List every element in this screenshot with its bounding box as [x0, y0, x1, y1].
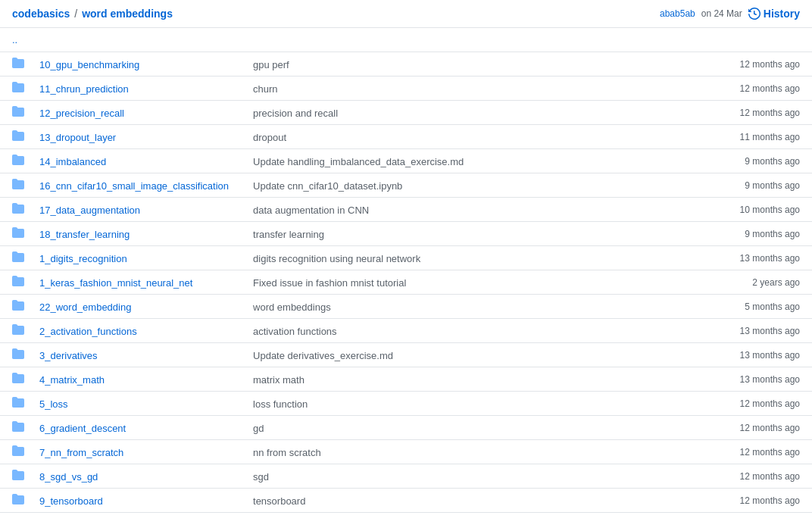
file-time: 12 months ago: [740, 447, 800, 458]
table-row: 1_digits_recognition digits recognition …: [0, 246, 812, 270]
separator: /: [74, 8, 77, 20]
table-row: 7_nn_from_scratch nn from scratch 12 mon…: [0, 440, 812, 464]
folder-icon: [12, 299, 24, 311]
folder-icon: [12, 226, 24, 239]
file-time: 12 months ago: [740, 59, 800, 70]
commit-message: Update handling_imbalanced_data_exercise…: [253, 156, 464, 167]
breadcrumb: codebasics / word embeddings: [12, 8, 173, 20]
folder-icon: [12, 493, 24, 505]
table-row: 18_transfer_learning transfer learning 9…: [0, 222, 812, 246]
commit-message: nn from scratch: [253, 447, 321, 458]
file-time: 13 months ago: [740, 374, 800, 385]
table-row: 10_gpu_benchmarking gpu perf 12 months a…: [0, 52, 812, 77]
file-time: 12 months ago: [740, 398, 800, 409]
file-name-link[interactable]: 17_data_augmentation: [39, 205, 140, 216]
commit-message: dropout: [253, 132, 286, 143]
folder-icon: [12, 396, 24, 408]
folder-icon: [12, 445, 24, 457]
file-time: 9 months ago: [745, 156, 800, 167]
commit-message: loss function: [253, 398, 308, 410]
folder-icon: [12, 469, 24, 481]
file-time: 12 months ago: [740, 108, 800, 118]
commit-message: data augmentation in CNN: [253, 205, 369, 216]
file-time: 13 months ago: [740, 253, 800, 264]
file-time: 9 months ago: [745, 180, 800, 191]
commit-message: Fixed issue in fashion mnist tutorial: [253, 277, 406, 289]
file-name-link[interactable]: 8_sgd_vs_gd: [39, 471, 98, 483]
folder-icon: [12, 130, 24, 142]
commit-message: gpu perf: [253, 59, 289, 70]
file-name-link[interactable]: 3_derivatives: [39, 350, 98, 361]
commit-message: gd: [253, 423, 264, 434]
file-table: ..: [0, 28, 812, 52]
folder-icon: [12, 202, 24, 214]
commit-message: matrix math: [253, 374, 304, 386]
file-time: 9 months ago: [745, 229, 800, 239]
file-name-link[interactable]: 12_precision_recall: [39, 108, 124, 119]
file-name-link[interactable]: 13_dropout_layer: [39, 132, 116, 143]
commit-date: on 24 Mar: [701, 8, 742, 19]
table-row: 14_imbalanced Update handling_imbalanced…: [0, 149, 812, 173]
repo-name[interactable]: word embeddings: [82, 8, 173, 20]
table-row: 4_matrix_math matrix math 13 months ago: [0, 367, 812, 392]
table-row: 17_data_augmentation data augmentation i…: [0, 198, 812, 222]
file-name-link[interactable]: 4_matrix_math: [39, 374, 105, 386]
commit-author[interactable]: abab5ab: [660, 8, 695, 19]
commit-message: tensorboard: [253, 495, 305, 507]
file-time: 13 months ago: [740, 326, 800, 336]
table-row: 1_keras_fashion_mnist_neural_net Fixed i…: [0, 270, 812, 295]
folder-icon: [12, 372, 24, 384]
folder-icon: [12, 57, 24, 69]
commit-message: Update derivatives_exercise.md: [253, 350, 393, 361]
file-name-link[interactable]: 1_digits_recognition: [39, 253, 127, 264]
file-name-link[interactable]: 9_tensorboard: [39, 495, 103, 507]
commit-message: word embeddings: [253, 301, 331, 313]
file-time: 10 months ago: [740, 205, 800, 215]
table-row: 16_cnn_cifar10_small_image_classificatio…: [0, 173, 812, 198]
file-time: 12 months ago: [740, 423, 800, 433]
file-name-link[interactable]: 11_chrun_prediction: [39, 83, 129, 95]
commit-message: churn: [253, 83, 278, 95]
folder-icon: [12, 178, 24, 190]
parent-link[interactable]: ..: [12, 34, 17, 45]
table-row: 22_word_embedding word embeddings 5 mont…: [0, 295, 812, 319]
commit-message: sgd: [253, 471, 269, 483]
file-name-link[interactable]: 7_nn_from_scratch: [39, 447, 123, 458]
folder-icon: [12, 81, 24, 93]
folder-icon: [12, 251, 24, 263]
table-row: 11_chrun_prediction churn 12 months ago: [0, 77, 812, 101]
table-row: 2_activation_functions activation functi…: [0, 319, 812, 343]
file-time: 12 months ago: [740, 495, 800, 506]
table-row: 13_dropout_layer dropout 11 months ago: [0, 125, 812, 149]
file-name-link[interactable]: 2_activation_functions: [39, 326, 137, 337]
commit-info: abab5ab on 24 Mar History: [660, 8, 800, 20]
folder-icon: [12, 105, 24, 117]
folder-icon: [12, 154, 24, 166]
commit-message: precision and recall: [253, 108, 338, 119]
file-name-link[interactable]: 5_loss: [39, 398, 68, 410]
commit-message: digits recognition using neural network: [253, 253, 420, 264]
table-row: 8_sgd_vs_gd sgd 12 months ago: [0, 464, 812, 489]
file-name-link[interactable]: 22_word_embedding: [39, 301, 131, 313]
history-label[interactable]: History: [764, 8, 800, 20]
file-name-link[interactable]: 6_gradient_descent: [39, 423, 126, 434]
table-row: 6_gradient_descent gd 12 months ago: [0, 416, 812, 440]
file-time: 12 months ago: [740, 471, 800, 482]
table-row: 3_derivatives Update derivatives_exercis…: [0, 343, 812, 367]
repo-owner[interactable]: codebasics: [12, 8, 70, 20]
file-name-link[interactable]: 18_transfer_learning: [39, 229, 130, 240]
file-name-link[interactable]: 10_gpu_benchmarking: [39, 59, 139, 70]
file-name-link[interactable]: 16_cnn_cifar10_small_image_classificatio…: [39, 180, 229, 192]
commit-message: activation functions: [253, 326, 337, 337]
commit-message: transfer learning: [253, 229, 324, 240]
commit-message: Update cnn_cifar10_dataset.ipynb: [253, 180, 402, 192]
file-name-link[interactable]: 1_keras_fashion_mnist_neural_net: [39, 277, 192, 289]
file-time: 11 months ago: [740, 132, 800, 142]
folder-icon: [12, 420, 24, 433]
table-row: 5_loss loss function 12 months ago: [0, 392, 812, 416]
history-link[interactable]: History: [748, 8, 800, 20]
folder-icon: [12, 348, 24, 360]
parent-row: ..: [0, 28, 812, 52]
file-name-link[interactable]: 14_imbalanced: [39, 156, 106, 167]
history-icon: [748, 8, 760, 20]
